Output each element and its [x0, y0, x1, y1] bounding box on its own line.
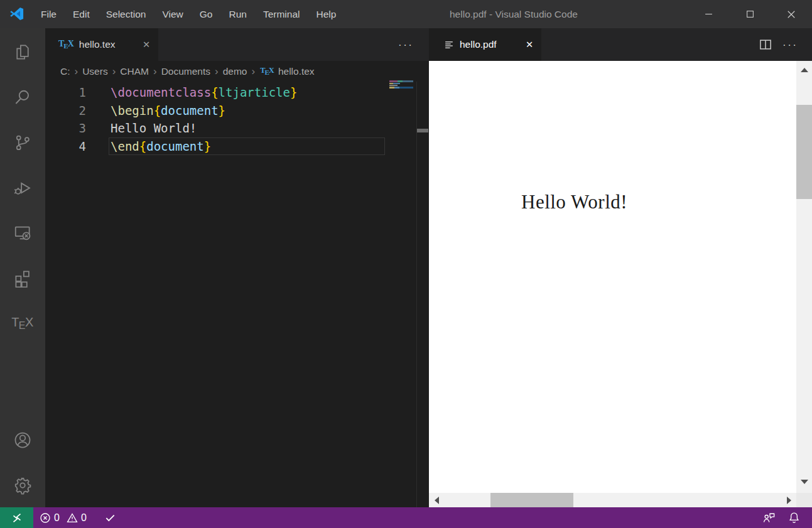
- menu-go[interactable]: Go: [192, 9, 221, 20]
- activity-item-source-control[interactable]: [0, 120, 45, 165]
- activity-item-remote-explorer[interactable]: [0, 210, 45, 256]
- tab-label: hello.pdf: [460, 39, 497, 50]
- feedback-icon[interactable]: [762, 510, 776, 525]
- editor-group-right: hello.pdf ✕ ··· Hello World!: [429, 28, 812, 507]
- tab-bar-right: hello.pdf ✕ ···: [429, 28, 812, 61]
- manage-icon: [13, 476, 32, 495]
- remote-explorer-icon: [13, 224, 32, 242]
- menu-terminal[interactable]: Terminal: [255, 9, 308, 20]
- remote-icon: [10, 511, 24, 525]
- vertical-scrollbar-thumb[interactable]: [796, 105, 812, 199]
- menu-selection[interactable]: Selection: [98, 9, 154, 20]
- split-editor-icon[interactable]: [759, 38, 772, 51]
- tab-hello-pdf[interactable]: hello.pdf ✕: [429, 28, 541, 61]
- tab-hello-tex[interactable]: TEX hello.tex ✕: [45, 28, 158, 61]
- activity-item-latex-workshop[interactable]: TEX: [0, 301, 45, 346]
- maximize-button[interactable]: [729, 0, 771, 28]
- vscode-logo-icon: [9, 6, 24, 21]
- pdf-preview-icon: [444, 40, 455, 50]
- close-tab-icon[interactable]: ✕: [522, 38, 536, 51]
- code-lines: 1\documentclass{ltjarticle}2\begin{docum…: [45, 84, 429, 155]
- overview-ruler-marker: [417, 129, 428, 132]
- errors-icon: [40, 512, 51, 524]
- activity-item-manage[interactable]: [0, 463, 45, 508]
- warnings-count: 0: [81, 512, 87, 524]
- close-tab-icon[interactable]: ✕: [139, 38, 153, 51]
- line-number: 1: [45, 84, 86, 102]
- chevron-right-icon: ›: [112, 66, 116, 77]
- scroll-left-icon[interactable]: [431, 493, 441, 507]
- activity-item-extensions[interactable]: [0, 256, 45, 301]
- status-bar-right: [762, 510, 801, 525]
- more-actions-icon[interactable]: ···: [398, 40, 413, 50]
- line-number: 4: [45, 137, 86, 156]
- scroll-right-icon[interactable]: [784, 493, 794, 507]
- breadcrumb-item[interactable]: Documents: [161, 66, 210, 77]
- menu-run[interactable]: Run: [220, 9, 254, 20]
- minimize-button[interactable]: [688, 0, 729, 28]
- code-line-2: 2\begin{document}: [45, 102, 429, 120]
- breadcrumb-item[interactable]: CHAM: [120, 66, 149, 77]
- remote-indicator[interactable]: [0, 507, 33, 528]
- code-line-1: 1\documentclass{ltjarticle}: [45, 84, 429, 102]
- activity-item-accounts[interactable]: [0, 418, 45, 463]
- accounts-icon: [13, 431, 32, 450]
- code-line-text: Hello World!: [109, 119, 385, 137]
- run-and-debug-icon: [13, 178, 32, 197]
- breadcrumb-item[interactable]: Users: [82, 66, 107, 77]
- activity-item-search[interactable]: [0, 75, 45, 120]
- code-line-text: \begin{document}: [109, 102, 385, 120]
- editor-actions-left: ···: [398, 28, 413, 61]
- minimap-divider: [416, 82, 417, 507]
- scroll-up-icon[interactable]: [796, 63, 812, 76]
- chevron-right-icon: ›: [252, 66, 256, 77]
- status-bar: 0 0: [0, 507, 812, 528]
- tab-label: hello.tex: [79, 39, 116, 50]
- pdf-text: Hello World!: [521, 191, 627, 213]
- vertical-scrollbar[interactable]: [796, 61, 812, 493]
- scroll-down-icon[interactable]: [796, 475, 812, 488]
- title-bar: FileEditSelectionViewGoRunTerminalHelp h…: [0, 0, 812, 28]
- more-actions-icon[interactable]: ···: [782, 40, 798, 50]
- editor-actions-right: ···: [759, 28, 798, 61]
- explorer-icon: [13, 43, 32, 62]
- vscode-window: FileEditSelectionViewGoRunTerminalHelp h…: [0, 0, 812, 528]
- problems-indicator[interactable]: 0 0: [40, 512, 90, 524]
- horizontal-scrollbar[interactable]: [429, 493, 796, 507]
- latex-workshop-icon: TEX: [11, 315, 34, 331]
- code-editor[interactable]: 1\documentclass{ltjarticle}2\begin{docum…: [45, 82, 429, 507]
- menu-help[interactable]: Help: [308, 9, 345, 20]
- activity-item-explorer[interactable]: [0, 30, 45, 75]
- breadcrumb-item[interactable]: demo: [223, 66, 247, 77]
- window-controls: [688, 0, 812, 28]
- source-control-icon: [13, 133, 32, 152]
- minimap-line: [389, 85, 398, 87]
- breadcrumb-item[interactable]: C:: [60, 66, 70, 77]
- errors-count: 0: [54, 512, 60, 524]
- menu-view[interactable]: View: [154, 9, 191, 20]
- tex-file-icon: TEX: [58, 40, 74, 50]
- horizontal-scrollbar-thumb[interactable]: [490, 493, 573, 507]
- minimap-line: [389, 87, 413, 89]
- line-number: 3: [45, 119, 86, 137]
- latex-build-status[interactable]: [104, 512, 116, 524]
- menu-edit[interactable]: Edit: [65, 9, 98, 20]
- close-window-button[interactable]: [771, 0, 812, 28]
- code-line-4: 4\end{document}: [45, 137, 429, 156]
- editor-group-left: TEX hello.tex ✕ ··· C:›Users›CHAM›Docume…: [45, 28, 429, 507]
- tab-bar-left: TEX hello.tex ✕ ···: [45, 28, 429, 61]
- minimap-line: [389, 80, 413, 82]
- breadcrumb-item[interactable]: hello.tex: [278, 66, 315, 77]
- activity-item-run-and-debug[interactable]: [0, 165, 45, 210]
- pdf-viewer: Hello World!: [429, 61, 812, 507]
- chevron-right-icon: ›: [75, 66, 78, 77]
- tex-file-icon: TEX: [260, 67, 274, 76]
- code-line-text: \end{document}: [109, 137, 385, 156]
- chevron-right-icon: ›: [215, 66, 219, 77]
- minimap[interactable]: [389, 80, 416, 93]
- breadcrumb: C:›Users›CHAM›Documents›demo›TEXhello.te…: [45, 61, 429, 82]
- line-number: 2: [45, 102, 86, 120]
- notifications-bell-icon[interactable]: [788, 511, 801, 524]
- menu-file[interactable]: File: [33, 9, 65, 20]
- warnings-icon: [67, 512, 78, 524]
